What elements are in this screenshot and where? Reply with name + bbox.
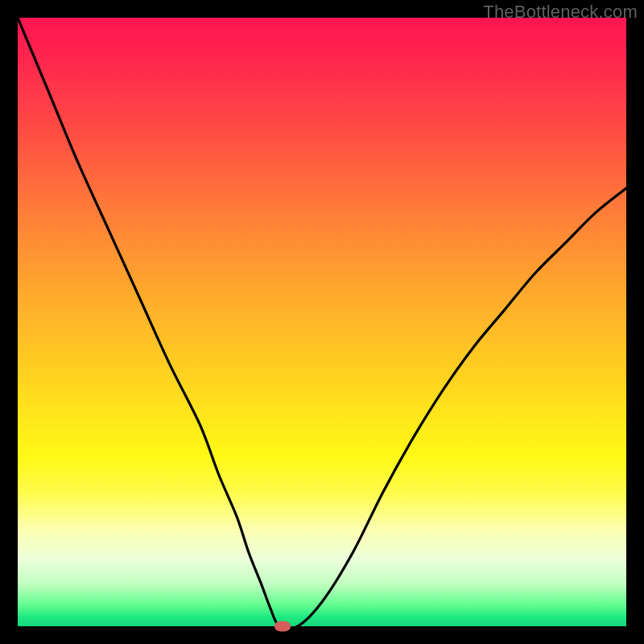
watermark-text: TheBottleneck.com	[483, 2, 638, 23]
chart-plot-area	[18, 18, 626, 626]
bottleneck-curve	[18, 18, 626, 626]
minimum-point-marker	[275, 621, 291, 632]
